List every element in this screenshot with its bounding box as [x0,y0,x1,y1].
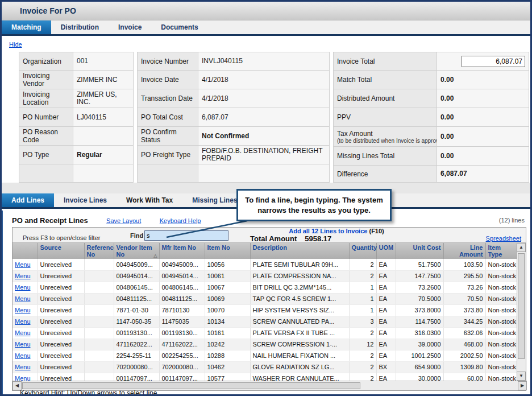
tab-work-with-tax[interactable]: Work With Tax [117,193,182,207]
sort-asc-icon: △ [153,253,157,258]
cell-vendor-item-no: 7871-01-30 [114,304,159,316]
cell-source: Unreceived [38,327,84,339]
filter-bar: Press F3 to open/close filter Find Add a… [13,228,526,243]
field-value: 0.00 [437,127,529,146]
field-label: Missing Lines Total [334,147,437,165]
cell-source: Unreceived [38,282,84,293]
cell-uom: EA [376,259,396,270]
cell-description: BIT DRILL QC 3.2MM*145... [250,282,349,293]
row-menu-link[interactable]: Menu [15,341,31,348]
row-menu-link[interactable]: Menu [15,318,31,325]
cell-line-amount: 373.80 [443,304,485,316]
col-header-source[interactable]: Source [38,243,84,259]
menu-cell: Menu [13,316,38,327]
row-menu-link[interactable]: Menu [15,284,31,291]
field-label: PO Type [19,146,73,164]
cell-description: SCREW COMPRESSION 1-... [250,339,349,350]
row-menu-link[interactable]: Menu [15,295,31,302]
col-header-mfr-item-no[interactable]: Mfr Item No [159,243,205,259]
col-header-line-amount[interactable]: Line Amount [443,243,485,259]
find-input[interactable] [144,230,228,241]
table-row: MenuUnreceived001147097...001147097...10… [13,373,517,381]
row-menu-link[interactable]: Menu [15,375,31,381]
save-layout-link[interactable]: Save Layout [106,217,141,224]
field-value: FOBD/F.O.B. DESTINATION, FREIGHT PREPAID [198,146,329,164]
cell-unit-cost: 147.7500 [396,270,443,282]
cell-quantity: 2 [349,327,376,339]
field-label: Invoicing Vendor [19,71,73,89]
col-header-item-type[interactable]: Item Type [485,243,517,259]
row-menu-link[interactable]: Menu [15,364,31,370]
table-row: MenuUnreceived004945009...004945009...10… [13,259,517,270]
col-header-menu[interactable] [13,243,38,259]
cell-item-type: Non-stock [485,350,517,361]
cell-reference-no [84,361,114,373]
scroll-right-icon[interactable]: ▶ [518,381,527,390]
form-row-po-total-cost: PO Total Cost6,087.07 [137,108,330,127]
tab-distribution[interactable]: Distribution [51,20,109,34]
cell-quantity: 3 [349,316,376,327]
col-header-quantity[interactable]: Quantity [349,243,376,259]
col-header-description[interactable]: Description [250,243,349,259]
cell-line-amount: 632.06 [443,327,485,339]
cell-description: NAIL HUMERAL FIXATION ... [250,350,349,361]
field-value [73,164,133,182]
form-row-match-total: Match Total0.00 [333,71,529,89]
keyboard-help-link[interactable]: Keyboard Help [160,217,201,224]
cell-quantity: 1 [349,304,376,316]
cell-mfr-item-no: 004806145... [159,282,205,293]
table-row: MenuUnreceived471162022...471162022...10… [13,339,517,350]
horizontal-scroll-thumb[interactable] [22,382,360,389]
table-row: MenuUnreceived004806145...004806145...10… [13,282,517,293]
cell-item-no: 10069 [205,293,250,304]
tab-documents[interactable]: Documents [151,20,207,34]
cell-uom: EA [376,282,396,293]
row-menu-link[interactable]: Menu [15,329,31,336]
hide-link[interactable]: Hide [9,41,22,48]
cell-line-amount: 344.25 [443,316,485,327]
col-header-vendor-item-no[interactable]: Vendor Item No△ [114,243,159,259]
row-menu-link[interactable]: Menu [15,273,31,279]
field-label: PO Freight Type [138,146,198,164]
cell-item-type: Non-stock [485,270,517,282]
col-header-item-no[interactable]: Item No [205,243,250,259]
cell-unit-cost: 373.8000 [396,304,443,316]
menu-cell: Menu [13,270,38,282]
cell-description: PLATE VERSA FX II TUBE ... [250,327,349,339]
cell-mfr-item-no: 001193130... [159,327,205,339]
form-row-blank [137,164,330,183]
row-menu-link[interactable]: Menu [15,352,31,359]
keyboard-hint: Keyboard Hint: Up/Down arrows to select … [20,389,157,396]
cell-unit-cost: 114.7500 [396,316,443,327]
field-label: Invoicing Location [19,89,73,108]
main-tab-bar: MatchingDistributionInvoiceDocuments [2,20,530,36]
col-header-unit-cost[interactable]: Unit Cost [396,243,443,259]
invoice-for-po-window: Invoice For PO MatchingDistributionInvoi… [0,0,532,396]
tab-matching[interactable]: Matching [2,20,51,34]
cell-unit-cost: 316.0300 [396,327,443,339]
invoice-total-input[interactable] [462,56,525,67]
vertical-scroll-thumb[interactable] [518,253,525,359]
scroll-up-icon[interactable]: ▲ [517,243,526,252]
add-all-lines-link[interactable]: Add all 12 Lines to Invoice [289,228,367,234]
cell-vendor-item-no: 471162022... [114,339,159,350]
scroll-down-icon[interactable]: ▼ [517,372,526,381]
row-menu-link[interactable]: Menu [15,307,31,314]
cell-description: WASHER FOR CANNULATE... [250,373,349,381]
hide-row: Hide [2,38,530,52]
field-label: Distributed Amount [334,89,437,108]
field-value: LJ040115 [73,108,133,126]
cell-item-type: Non-stock [485,327,517,339]
cell-vendor-item-no: 004806145... [114,282,159,293]
spreadsheet-link[interactable]: Spreadsheet [486,235,521,242]
tab-invoice-lines[interactable]: Invoice Lines [54,193,117,207]
row-menu-link[interactable]: Menu [15,261,31,268]
form-row-ppv: PPV0.00 [333,108,529,127]
tab-invoice[interactable]: Invoice [109,20,151,34]
tab-add-lines[interactable]: Add Lines [2,193,54,207]
col-header-reference-no[interactable]: Reference No [84,243,114,259]
col-header-uom[interactable]: UOM [376,243,396,259]
cell-item-no: 10134 [205,316,250,327]
callout-text-line1: To find a line, begin typing. The system [245,195,383,205]
vertical-scrollbar[interactable]: ▲ ▼ [517,243,526,381]
